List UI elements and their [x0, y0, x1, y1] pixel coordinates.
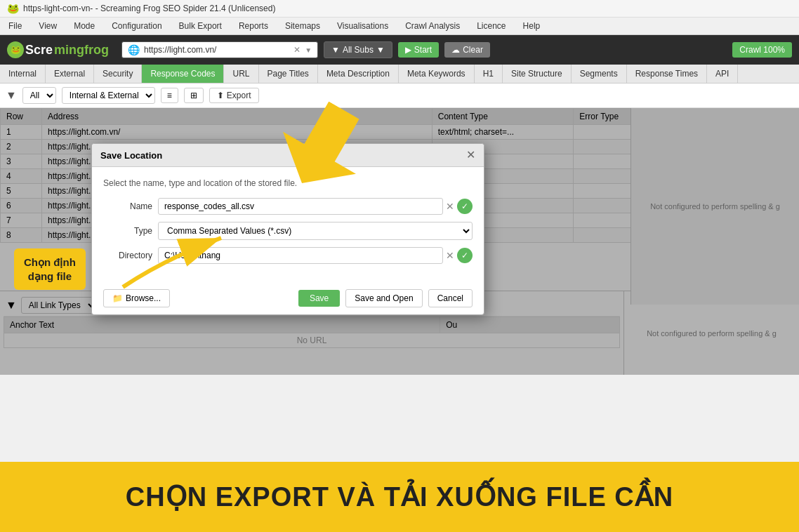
export-label: Export — [227, 91, 251, 100]
app-logo: 🐸 Scremingfrog — [7, 41, 109, 58]
url-dropdown-icon[interactable]: ▼ — [305, 46, 312, 54]
filter-icon: ▼ — [6, 89, 17, 102]
cloud-icon: ☁ — [451, 45, 460, 55]
menu-sitemaps[interactable]: Sitemaps — [282, 20, 323, 32]
tab-site-structure[interactable]: Site Structure — [503, 65, 572, 83]
tab-meta-description[interactable]: Meta Description — [318, 65, 399, 83]
save-button[interactable]: Save — [298, 290, 340, 307]
directory-input-wrapper: ✕ ✓ — [158, 247, 473, 264]
browse-label: Browse... — [126, 293, 161, 303]
logo-text2: mingfrog — [54, 43, 109, 58]
menu-reports[interactable]: Reports — [236, 20, 271, 32]
dialog-footer: 📁 Browse... Save Save and Open Cancel — [92, 282, 484, 314]
menu-crawl-analysis[interactable]: Crawl Analysis — [402, 20, 463, 32]
menu-configuration[interactable]: Configuration — [109, 20, 164, 32]
logo-icon: 🐸 — [7, 41, 24, 58]
name-ok-icon: ✓ — [457, 199, 473, 214]
tab-page-titles[interactable]: Page Titles — [259, 65, 318, 83]
menu-mode[interactable]: Mode — [71, 20, 98, 32]
tab-segments[interactable]: Segments — [572, 65, 627, 83]
type-select[interactable]: Comma Separated Values (*.csv) Excel Wor… — [158, 222, 473, 240]
dialog-close-button[interactable]: ✕ — [466, 149, 475, 161]
menu-file[interactable]: File — [6, 20, 25, 32]
dialog-title: Save Location — [100, 150, 162, 161]
cancel-button[interactable]: Cancel — [428, 289, 473, 307]
directory-ok-icon: ✓ — [457, 248, 473, 263]
bottom-banner: CHỌN EXPORT VÀ TẢI XUỐNG FILE CẦN — [0, 462, 799, 532]
tree-view-button[interactable]: ⊞ — [184, 88, 204, 103]
name-label: Name — [103, 201, 152, 211]
tab-h1[interactable]: H1 — [475, 65, 503, 83]
tab-security[interactable]: Security — [94, 65, 142, 83]
clear-label: Clear — [463, 45, 483, 55]
export-button[interactable]: ⬆ Export — [209, 88, 259, 103]
menu-licence[interactable]: Licence — [474, 20, 508, 32]
tab-internal[interactable]: Internal — [0, 65, 46, 83]
banner-text: CHỌN EXPORT VÀ TẢI XUỐNG FILE CẦN — [126, 481, 673, 512]
list-view-button[interactable]: ≡ — [161, 88, 178, 103]
menu-visualisations[interactable]: Visualisations — [334, 20, 391, 32]
dialog-header: Save Location ✕ — [92, 144, 484, 167]
url-bar: 🌐 https://light.com.vn/ ✕ ▼ — [121, 41, 318, 58]
url-text: https://light.com.vn/ — [144, 45, 289, 55]
toolbar: 🐸 Scremingfrog 🌐 https://light.com.vn/ ✕… — [0, 35, 799, 65]
dialog-body: Select the name, type and location of th… — [92, 167, 484, 282]
menu-bar: File View Mode Configuration Bulk Export… — [0, 18, 799, 35]
all-subs-button[interactable]: ▼ All Subs ▼ — [324, 41, 392, 58]
directory-row: Directory ✕ ✓ — [103, 247, 473, 264]
tab-response-codes[interactable]: Response Codes — [142, 65, 224, 83]
folder-icon: 📁 — [112, 293, 123, 303]
crawl-status: Crawl 100% — [732, 42, 792, 58]
browse-button[interactable]: 📁 Browse... — [103, 289, 170, 307]
url-close-icon[interactable]: ✕ — [293, 45, 301, 55]
directory-label: Directory — [103, 251, 152, 260]
type-input-wrapper: Comma Separated Values (*.csv) Excel Wor… — [158, 222, 473, 240]
all-subs-label: All Subs — [343, 45, 374, 55]
start-label: Start — [414, 45, 432, 55]
tab-api[interactable]: API — [707, 65, 738, 83]
annotation-text: Chọn địnhdạng file — [24, 256, 76, 282]
window-title: https-light-com-vn- - Screaming Frog SEO… — [23, 4, 275, 13]
save-open-button[interactable]: Save and Open — [345, 289, 422, 307]
annotation-label: Chọn địnhdạng file — [14, 248, 86, 290]
directory-input[interactable] — [158, 247, 443, 264]
type-label: Type — [103, 226, 152, 236]
export-icon: ⬆ — [217, 91, 224, 100]
menu-view[interactable]: View — [36, 20, 60, 32]
dialog-description: Select the name, type and location of th… — [103, 178, 473, 188]
tab-response-times[interactable]: Response Times — [627, 65, 707, 83]
name-input[interactable] — [158, 198, 443, 215]
clear-button[interactable]: ☁ Clear — [444, 42, 490, 58]
globe-icon: 🌐 — [128, 44, 140, 55]
tab-meta-keywords[interactable]: Meta Keywords — [399, 65, 475, 83]
name-input-wrapper: ✕ ✓ — [158, 198, 473, 215]
filter-bar: ▼ All Internal & External ≡ ⊞ ⬆ Export — [0, 84, 799, 108]
start-button[interactable]: ▶ Start — [398, 42, 439, 58]
directory-clear-button[interactable]: ✕ — [446, 250, 454, 261]
play-icon: ▶ — [405, 45, 411, 55]
type-row: Type Comma Separated Values (*.csv) Exce… — [103, 222, 473, 240]
crawl-icon: ▼ — [331, 45, 340, 55]
app-icon: 🐸 — [7, 3, 19, 14]
tab-external[interactable]: External — [46, 65, 94, 83]
logo-text1: Scre — [25, 43, 53, 58]
name-clear-button[interactable]: ✕ — [446, 201, 454, 212]
menu-bulk-export[interactable]: Bulk Export — [176, 20, 225, 32]
menu-help[interactable]: Help — [520, 20, 543, 32]
name-row: Name ✕ ✓ — [103, 198, 473, 215]
save-dialog: Save Location ✕ Select the name, type an… — [91, 143, 484, 315]
tab-url[interactable]: URL — [224, 65, 258, 83]
title-bar: 🐸 https-light-com-vn- - Screaming Frog S… — [0, 0, 799, 18]
all-subs-dropdown-icon: ▼ — [376, 45, 385, 55]
scope-select[interactable]: Internal & External — [62, 87, 155, 104]
nav-tabs: Internal External Security Response Code… — [0, 65, 799, 84]
filter-all-select[interactable]: All — [22, 87, 56, 104]
